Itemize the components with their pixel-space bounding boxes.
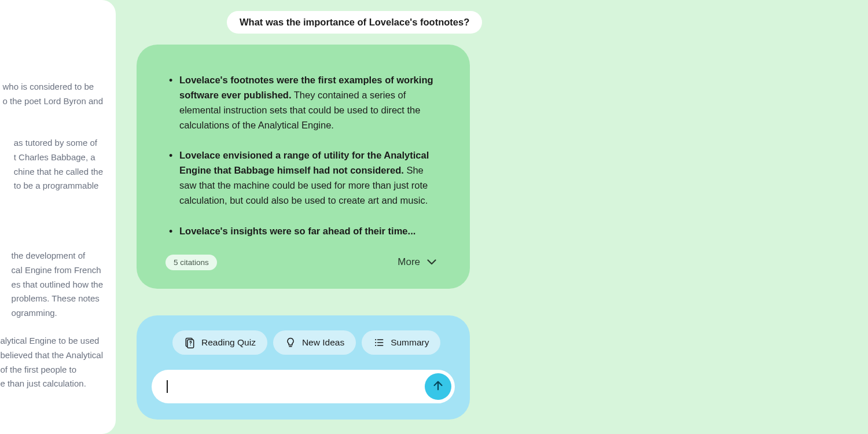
input-panel: Reading Quiz New Ideas bbox=[137, 315, 470, 420]
answer-list: Lovelace's footnotes were the first exam… bbox=[165, 72, 441, 238]
more-button[interactable]: More bbox=[398, 256, 441, 268]
svg-point-6 bbox=[375, 342, 376, 343]
svg-point-4 bbox=[375, 339, 376, 340]
answer-footer: 5 citations More bbox=[165, 255, 441, 270]
document-paragraph: who is considered to be o the poet Lord … bbox=[3, 80, 103, 109]
suggestion-label: Reading Quiz bbox=[201, 337, 256, 348]
svg-point-2 bbox=[190, 344, 192, 345]
document-paragraph: the development of cal Engine from Frenc… bbox=[12, 249, 103, 321]
input-row bbox=[152, 370, 455, 403]
reading-quiz-button[interactable]: Reading Quiz bbox=[172, 330, 267, 355]
chevron-down-icon bbox=[427, 258, 436, 267]
answer-item: Lovelace's insights were so far ahead of… bbox=[165, 223, 441, 238]
arrow-up-icon bbox=[432, 379, 444, 394]
answer-item: Lovelace envisioned a range of utility f… bbox=[165, 148, 441, 208]
quiz-icon bbox=[184, 337, 196, 348]
user-question: What was the importance of Lovelace's fo… bbox=[227, 11, 482, 34]
list-icon bbox=[373, 337, 385, 348]
suggestion-label: New Ideas bbox=[302, 337, 344, 348]
document-panel: who is considered to be o the poet Lord … bbox=[0, 0, 116, 434]
suggestion-label: Summary bbox=[391, 337, 429, 348]
svg-point-8 bbox=[375, 345, 376, 346]
send-button[interactable] bbox=[425, 373, 451, 400]
more-label: More bbox=[398, 256, 420, 268]
suggestion-row: Reading Quiz New Ideas bbox=[152, 330, 455, 355]
answer-bold: Lovelace envisioned a range of utility f… bbox=[179, 150, 429, 175]
summary-button[interactable]: Summary bbox=[362, 330, 440, 355]
document-paragraph: as tutored by some of t Charles Babbage,… bbox=[14, 136, 103, 193]
answer-bold: Lovelace's insights were so far ahead of… bbox=[179, 226, 415, 236]
answer-item: Lovelace's footnotes were the first exam… bbox=[165, 72, 441, 133]
citations-badge[interactable]: 5 citations bbox=[165, 255, 217, 270]
document-paragraph: alytical Engine to be used believed that… bbox=[0, 334, 103, 391]
new-ideas-button[interactable]: New Ideas bbox=[273, 330, 356, 355]
lightbulb-icon bbox=[285, 337, 296, 348]
message-input[interactable] bbox=[168, 381, 425, 392]
answer-card: Lovelace's footnotes were the first exam… bbox=[137, 45, 470, 289]
